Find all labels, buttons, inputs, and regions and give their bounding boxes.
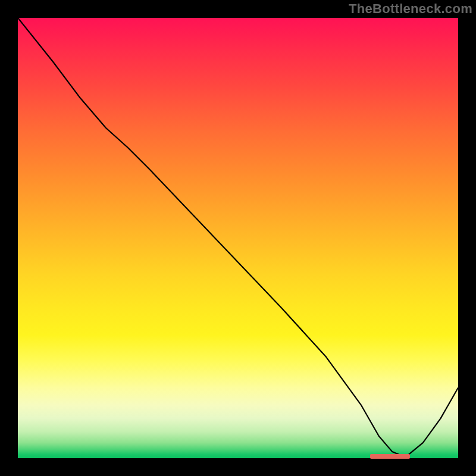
curve-layer — [18, 18, 458, 458]
bottleneck-curve — [18, 18, 458, 458]
plot-area — [18, 18, 458, 458]
optimal-marker — [370, 454, 410, 459]
chart-stage: TheBottleneck.com — [0, 0, 476, 476]
watermark-text: TheBottleneck.com — [349, 1, 472, 17]
